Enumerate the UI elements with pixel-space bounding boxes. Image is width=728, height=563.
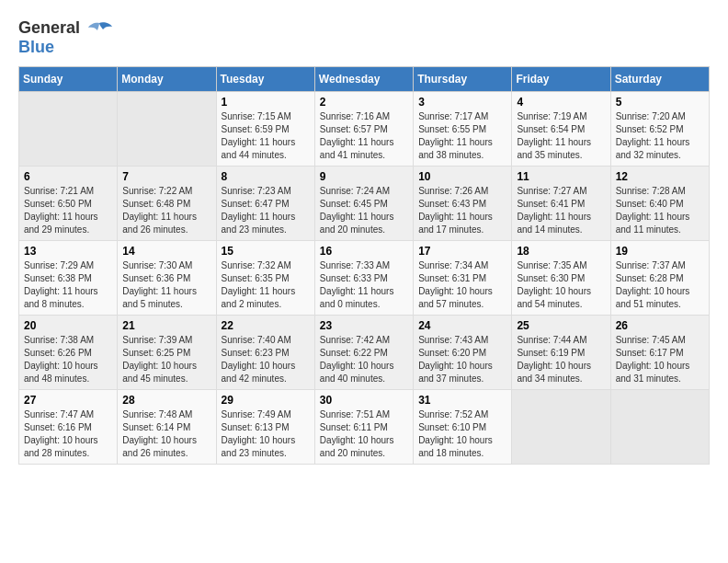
day-number: 20 <box>24 319 112 332</box>
calendar-cell: 3Sunrise: 7:17 AM Sunset: 6:55 PM Daylig… <box>414 92 512 167</box>
calendar-cell: 23Sunrise: 7:42 AM Sunset: 6:22 PM Dayli… <box>314 316 413 390</box>
day-of-week-header: Wednesday <box>314 67 413 92</box>
day-of-week-header: Thursday <box>414 67 512 92</box>
day-number: 7 <box>122 170 210 183</box>
day-number: 27 <box>24 394 112 407</box>
day-info: Sunrise: 7:39 AM Sunset: 6:25 PM Dayligh… <box>122 334 210 385</box>
logo: General Blue <box>18 18 112 57</box>
day-number: 29 <box>222 394 310 407</box>
day-info: Sunrise: 7:37 AM Sunset: 6:28 PM Dayligh… <box>616 259 704 311</box>
calendar-cell: 1Sunrise: 7:15 AM Sunset: 6:59 PM Daylig… <box>216 92 314 167</box>
day-info: Sunrise: 7:27 AM Sunset: 6:41 PM Dayligh… <box>517 185 605 236</box>
day-of-week-header: Tuesday <box>216 67 314 92</box>
day-info: Sunrise: 7:52 AM Sunset: 6:10 PM Dayligh… <box>418 408 506 460</box>
day-number: 15 <box>222 245 310 258</box>
calendar-cell <box>512 390 610 465</box>
day-info: Sunrise: 7:26 AM Sunset: 6:43 PM Dayligh… <box>418 185 506 236</box>
day-number: 19 <box>616 245 704 258</box>
day-number: 14 <box>122 245 210 258</box>
day-number: 16 <box>320 245 408 258</box>
day-info: Sunrise: 7:28 AM Sunset: 6:40 PM Dayligh… <box>616 185 704 236</box>
calendar-cell: 17Sunrise: 7:34 AM Sunset: 6:31 PM Dayli… <box>414 241 512 316</box>
logo-general-text: General <box>18 18 112 38</box>
day-info: Sunrise: 7:23 AM Sunset: 6:47 PM Dayligh… <box>222 185 310 236</box>
day-info: Sunrise: 7:43 AM Sunset: 6:20 PM Dayligh… <box>418 334 506 385</box>
day-info: Sunrise: 7:22 AM Sunset: 6:48 PM Dayligh… <box>122 185 210 236</box>
day-info: Sunrise: 7:34 AM Sunset: 6:31 PM Dayligh… <box>418 259 506 311</box>
day-info: Sunrise: 7:21 AM Sunset: 6:50 PM Dayligh… <box>24 185 112 236</box>
logo-blue: Blue <box>18 38 54 56</box>
calendar-cell: 28Sunrise: 7:48 AM Sunset: 6:14 PM Dayli… <box>118 390 216 465</box>
calendar-week-row: 20Sunrise: 7:38 AM Sunset: 6:26 PM Dayli… <box>19 316 710 390</box>
day-number: 4 <box>517 96 605 109</box>
day-info: Sunrise: 7:16 AM Sunset: 6:57 PM Dayligh… <box>320 110 408 162</box>
calendar-cell: 8Sunrise: 7:23 AM Sunset: 6:47 PM Daylig… <box>216 167 314 241</box>
day-number: 10 <box>418 170 506 183</box>
day-number: 18 <box>517 245 605 258</box>
day-info: Sunrise: 7:45 AM Sunset: 6:17 PM Dayligh… <box>616 334 704 385</box>
day-info: Sunrise: 7:44 AM Sunset: 6:19 PM Dayligh… <box>517 334 605 385</box>
day-number: 3 <box>418 96 506 109</box>
day-number: 24 <box>418 319 506 332</box>
day-number: 2 <box>320 96 408 109</box>
calendar-cell <box>610 390 709 465</box>
day-number: 22 <box>222 319 310 332</box>
calendar-cell: 6Sunrise: 7:21 AM Sunset: 6:50 PM Daylig… <box>19 167 118 241</box>
calendar-week-row: 13Sunrise: 7:29 AM Sunset: 6:38 PM Dayli… <box>19 241 710 316</box>
logo-bird-icon <box>86 21 112 38</box>
day-info: Sunrise: 7:24 AM Sunset: 6:45 PM Dayligh… <box>320 185 408 236</box>
day-number: 8 <box>222 170 310 183</box>
calendar-cell: 5Sunrise: 7:20 AM Sunset: 6:52 PM Daylig… <box>610 92 709 167</box>
calendar-header: SundayMondayTuesdayWednesdayThursdayFrid… <box>19 67 710 92</box>
day-of-week-header: Sunday <box>19 67 118 92</box>
day-number: 17 <box>418 245 506 258</box>
day-info: Sunrise: 7:40 AM Sunset: 6:23 PM Dayligh… <box>222 334 310 385</box>
calendar-cell: 11Sunrise: 7:27 AM Sunset: 6:41 PM Dayli… <box>512 167 610 241</box>
logo-general: General <box>18 18 80 37</box>
calendar-cell: 16Sunrise: 7:33 AM Sunset: 6:33 PM Dayli… <box>314 241 413 316</box>
calendar-week-row: 27Sunrise: 7:47 AM Sunset: 6:16 PM Dayli… <box>19 390 710 465</box>
day-info: Sunrise: 7:17 AM Sunset: 6:55 PM Dayligh… <box>418 110 506 162</box>
day-number: 5 <box>616 96 704 109</box>
day-info: Sunrise: 7:38 AM Sunset: 6:26 PM Dayligh… <box>24 334 112 385</box>
calendar-cell: 30Sunrise: 7:51 AM Sunset: 6:11 PM Dayli… <box>314 390 413 465</box>
calendar-cell: 10Sunrise: 7:26 AM Sunset: 6:43 PM Dayli… <box>414 167 512 241</box>
calendar-cell: 12Sunrise: 7:28 AM Sunset: 6:40 PM Dayli… <box>610 167 709 241</box>
day-of-week-header: Saturday <box>610 67 709 92</box>
calendar-cell: 7Sunrise: 7:22 AM Sunset: 6:48 PM Daylig… <box>118 167 216 241</box>
day-number: 21 <box>122 319 210 332</box>
calendar-cell: 26Sunrise: 7:45 AM Sunset: 6:17 PM Dayli… <box>610 316 709 390</box>
calendar-cell: 20Sunrise: 7:38 AM Sunset: 6:26 PM Dayli… <box>19 316 118 390</box>
day-number: 6 <box>24 170 112 183</box>
calendar-cell: 21Sunrise: 7:39 AM Sunset: 6:25 PM Dayli… <box>118 316 216 390</box>
calendar-cell: 9Sunrise: 7:24 AM Sunset: 6:45 PM Daylig… <box>314 167 413 241</box>
day-info: Sunrise: 7:20 AM Sunset: 6:52 PM Dayligh… <box>616 110 704 162</box>
day-number: 28 <box>122 394 210 407</box>
calendar-cell: 24Sunrise: 7:43 AM Sunset: 6:20 PM Dayli… <box>414 316 512 390</box>
day-info: Sunrise: 7:19 AM Sunset: 6:54 PM Dayligh… <box>517 110 605 162</box>
calendar-cell <box>19 92 118 167</box>
calendar-cell: 4Sunrise: 7:19 AM Sunset: 6:54 PM Daylig… <box>512 92 610 167</box>
day-info: Sunrise: 7:33 AM Sunset: 6:33 PM Dayligh… <box>320 259 408 311</box>
header-row: SundayMondayTuesdayWednesdayThursdayFrid… <box>19 67 710 92</box>
calendar-week-row: 1Sunrise: 7:15 AM Sunset: 6:59 PM Daylig… <box>19 92 710 167</box>
calendar-body: 1Sunrise: 7:15 AM Sunset: 6:59 PM Daylig… <box>19 92 710 465</box>
page-header: General Blue <box>18 18 710 57</box>
calendar-week-row: 6Sunrise: 7:21 AM Sunset: 6:50 PM Daylig… <box>19 167 710 241</box>
calendar-cell: 22Sunrise: 7:40 AM Sunset: 6:23 PM Dayli… <box>216 316 314 390</box>
day-info: Sunrise: 7:42 AM Sunset: 6:22 PM Dayligh… <box>320 334 408 385</box>
day-of-week-header: Monday <box>118 67 216 92</box>
calendar-cell: 25Sunrise: 7:44 AM Sunset: 6:19 PM Dayli… <box>512 316 610 390</box>
day-info: Sunrise: 7:51 AM Sunset: 6:11 PM Dayligh… <box>320 408 408 460</box>
calendar-cell: 27Sunrise: 7:47 AM Sunset: 6:16 PM Dayli… <box>19 390 118 465</box>
day-info: Sunrise: 7:15 AM Sunset: 6:59 PM Dayligh… <box>222 110 310 162</box>
day-number: 11 <box>517 170 605 183</box>
calendar-cell: 29Sunrise: 7:49 AM Sunset: 6:13 PM Dayli… <box>216 390 314 465</box>
calendar-cell: 2Sunrise: 7:16 AM Sunset: 6:57 PM Daylig… <box>314 92 413 167</box>
day-info: Sunrise: 7:30 AM Sunset: 6:36 PM Dayligh… <box>122 259 210 311</box>
calendar-cell <box>118 92 216 167</box>
day-info: Sunrise: 7:32 AM Sunset: 6:35 PM Dayligh… <box>222 259 310 311</box>
calendar-cell: 18Sunrise: 7:35 AM Sunset: 6:30 PM Dayli… <box>512 241 610 316</box>
day-number: 13 <box>24 245 112 258</box>
day-number: 26 <box>616 319 704 332</box>
